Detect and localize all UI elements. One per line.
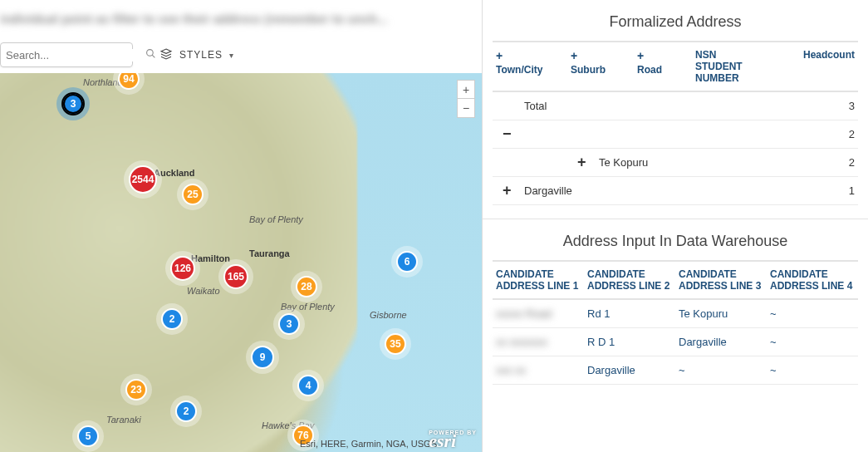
row-label: Te Kopuru [599, 156, 648, 169]
panel-title: Address Input In Data Warehouse [493, 226, 858, 260]
col-addr3[interactable]: CANDIDATE ADDRESS LINE 3 [675, 268, 767, 292]
addr4[interactable]: ~ [767, 331, 858, 353]
col-addr1[interactable]: CANDIDATE ADDRESS LINE 1 [493, 268, 584, 292]
plus-icon: + [571, 49, 630, 62]
map-cluster[interactable]: 165 [223, 264, 248, 289]
chevron-down-icon: ▾ [229, 51, 234, 60]
map-cluster[interactable]: 3 [278, 313, 300, 335]
zoom-in-button[interactable]: + [458, 81, 474, 99]
addr3[interactable]: Dargaville [675, 331, 767, 353]
data-pane: Formalized Address + Town/City + Suburb … [483, 0, 868, 452]
addr4[interactable]: ~ [767, 359, 858, 381]
expand-icon[interactable]: − [503, 125, 519, 143]
map-cluster[interactable]: 25 [182, 184, 204, 205]
table-header: CANDIDATE ADDRESS LINE 1 CANDIDATE ADDRE… [493, 260, 858, 300]
map-label: Waikato [187, 286, 220, 296]
formalized-address-panel: Formalized Address + Town/City + Suburb … [483, 0, 868, 215]
plus-icon: + [637, 49, 689, 62]
map-label: Bay of Plenty [249, 214, 303, 224]
col-town[interactable]: + Town/City [493, 49, 567, 84]
map-label: Gisborne [370, 310, 407, 320]
row-label: Dargaville [524, 184, 572, 197]
addr1: xxxxx Road [493, 302, 584, 325]
col-nsn[interactable]: NSN STUDENT NUMBER [692, 49, 767, 84]
col-headcount[interactable]: Headcount [767, 49, 858, 84]
map-cluster[interactable]: 126 [170, 256, 195, 281]
addr2[interactable]: Dargaville [584, 359, 675, 381]
header-text: individual point as filter to see their … [0, 12, 388, 26]
addr3[interactable]: Te Kopuru [675, 302, 767, 325]
styles-button[interactable]: STYLES ▾ [159, 47, 234, 63]
sheet-header: individual point as filter to see their … [0, 0, 482, 37]
table-row[interactable]: +Dargaville1 [493, 177, 858, 205]
styles-label: STYLES [179, 49, 223, 61]
col-suburb[interactable]: + Suburb [567, 49, 634, 84]
table-header: + Town/City + Suburb + Road NSN STUDENT … [493, 41, 858, 92]
addr2[interactable]: R D 1 [584, 331, 675, 353]
map-cluster[interactable]: 35 [385, 333, 406, 355]
map-label: Bay of Plenty [281, 302, 335, 312]
map-label: Northland [83, 77, 123, 87]
row-count: 1 [679, 179, 858, 202]
svg-point-0 [147, 50, 154, 56]
map-cluster[interactable]: 2 [161, 308, 183, 330]
col-addr4[interactable]: CANDIDATE ADDRESS LINE 4 [767, 268, 858, 292]
search-input[interactable] [0, 42, 133, 67]
row-count: 2 [679, 123, 858, 145]
map-toolbar: STYLES ▾ [0, 37, 482, 73]
map-label: Hamilton [191, 253, 230, 263]
addr2[interactable]: Rd 1 [584, 302, 675, 325]
table-row[interactable]: −2 [493, 120, 858, 149]
row-label: Total [524, 100, 547, 112]
table-row[interactable]: xxxxx RoadRd 1Te Kopuru~ [493, 300, 858, 328]
search-icon [145, 48, 156, 61]
map-cluster[interactable]: 4 [297, 375, 319, 396]
map-pane: individual point as filter to see their … [0, 0, 483, 452]
col-road[interactable]: + Road [634, 49, 692, 84]
svg-line-1 [152, 55, 154, 57]
addr3[interactable]: ~ [675, 359, 767, 381]
styles-icon [159, 47, 173, 63]
map-cluster[interactable]: 9 [251, 346, 274, 369]
map-cluster[interactable]: 2544 [129, 165, 157, 194]
row-count: 2 [716, 151, 858, 174]
map-cluster[interactable]: 3 [61, 92, 85, 115]
map-label: Taranaki [106, 415, 141, 425]
map-cluster[interactable]: 28 [296, 276, 317, 297]
map-cluster[interactable]: 23 [125, 379, 147, 400]
addr4[interactable]: ~ [767, 302, 858, 325]
map-cluster[interactable]: 5 [77, 425, 99, 447]
map-label: Auckland [154, 168, 195, 178]
map-cluster[interactable]: 2 [175, 400, 197, 422]
plus-icon: + [496, 49, 564, 62]
zoom-control: + − [457, 80, 475, 118]
esri-logo: POWERED BY esri [429, 430, 477, 450]
expand-icon[interactable]: + [577, 154, 594, 171]
map-cluster[interactable]: 6 [396, 251, 418, 273]
map-canvas[interactable]: + − AucklandBay of PlentyHamiltonTaurang… [0, 73, 482, 452]
zoom-out-button[interactable]: − [458, 99, 474, 117]
map-attribution: Esri, HERE, Garmin, NGA, USGS [300, 439, 437, 449]
panel-title: Formalized Address [493, 7, 858, 41]
row-count: 3 [679, 95, 858, 117]
map-label: Tauranga [249, 248, 290, 258]
table-row[interactable]: +Te Kopuru2 [493, 149, 858, 177]
addr1: xx xxxxxxx [493, 331, 584, 353]
search-field[interactable] [6, 49, 145, 61]
table-row[interactable]: xxx xxDargaville~~ [493, 356, 858, 385]
address-input-panel: Address Input In Data Warehouse CANDIDAT… [483, 219, 868, 395]
table-row[interactable]: xx xxxxxxxR D 1Dargaville~ [493, 328, 858, 356]
table-row[interactable]: Total3 [493, 92, 858, 120]
expand-icon[interactable]: + [503, 182, 519, 199]
addr1: xxx xx [493, 359, 584, 381]
col-addr2[interactable]: CANDIDATE ADDRESS LINE 2 [584, 268, 675, 292]
